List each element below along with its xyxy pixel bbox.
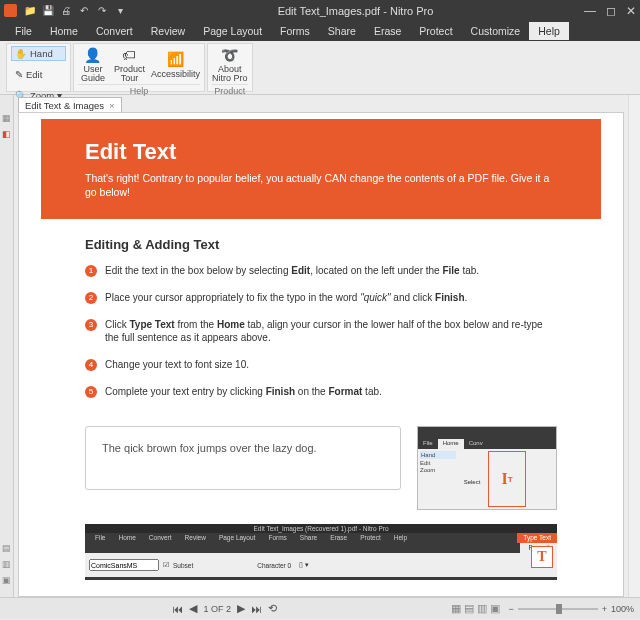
step-number: 3 <box>85 319 97 331</box>
document-tab-label: Edit Text & Images <box>25 100 104 111</box>
vertical-scrollbar[interactable] <box>628 95 640 597</box>
tab-file[interactable]: File <box>6 22 41 40</box>
status-bar: ⏮ ◀ 1 OF 2 ▶ ⏭ ⟲ ▦ ▤ ▥ ▣ − + 100% <box>0 597 640 619</box>
bookmarks-panel-icon[interactable]: ◧ <box>2 129 12 139</box>
first-page-button[interactable]: ⏮ <box>172 603 183 615</box>
tab-review[interactable]: Review <box>142 22 194 40</box>
step-number: 4 <box>85 359 97 371</box>
tab-share[interactable]: Share <box>319 22 365 40</box>
open-icon[interactable]: 📁 <box>23 4 37 18</box>
workspace: ▦ ◧ ▤ ▥ ▣ Edit Text & Images × Edit Text… <box>0 95 640 597</box>
about-icon: ➰ <box>220 46 240 64</box>
hero-subtitle: That's right! Contrary to popular belief… <box>85 171 561 199</box>
titlebar: 📁 💾 🖨 ↶ ↷ ▾ Edit Text_Images.pdf - Nitro… <box>0 0 640 21</box>
minimize-button[interactable]: — <box>584 4 596 18</box>
format-ribbon-screenshot: Edit Text_Images (Recovered 1).pdf - Nit… <box>85 524 557 580</box>
product-tour-icon: 🏷 <box>119 46 139 64</box>
step-text: Change your text to font size 10. <box>105 358 249 371</box>
redo-icon[interactable]: ↷ <box>95 4 109 18</box>
step-text: Edit the text in the box below by select… <box>105 264 479 277</box>
prev-page-button[interactable]: ◀ <box>189 602 197 615</box>
instruction-step: 3Click Type Text from the Home tab, alig… <box>85 318 557 344</box>
zoom-level: 100% <box>611 604 634 614</box>
print-icon[interactable]: 🖨 <box>59 4 73 18</box>
tab-customize[interactable]: Customize <box>462 22 530 40</box>
ribbon-tabs: File Home Convert Review Page Layout For… <box>0 21 640 41</box>
accessibility-icon: 📶 <box>165 51 185 69</box>
maximize-button[interactable]: ◻ <box>606 4 616 18</box>
attachments-panel-icon[interactable]: ▥ <box>2 559 12 569</box>
tab-help[interactable]: Help <box>529 22 569 40</box>
view-mode-buttons[interactable]: ▦ ▤ ▥ ▣ <box>451 602 500 615</box>
zoom-controls: − + 100% <box>508 604 634 614</box>
close-button[interactable]: ✕ <box>626 4 636 18</box>
undo-icon[interactable]: ↶ <box>77 4 91 18</box>
pages-panel-icon[interactable]: ▦ <box>2 113 12 123</box>
font-select-thumb <box>89 559 159 571</box>
instruction-step: 2Place your cursor appropriately to fix … <box>85 291 557 304</box>
accessibility-button[interactable]: 📶Accessibility <box>151 46 200 84</box>
ribbon-screenshot-thumbnail: FileHomeConv Hand Edit Zoom Select IT <box>417 426 557 510</box>
save-icon[interactable]: 💾 <box>41 4 55 18</box>
left-sidebar: ▦ ◧ ▤ ▥ ▣ <box>0 95 14 597</box>
hand-tool[interactable]: ✋ Hand <box>11 46 66 61</box>
tab-convert[interactable]: Convert <box>87 22 142 40</box>
instruction-step: 5Complete your text entry by clicking Fi… <box>85 385 557 398</box>
user-guide-icon: 👤 <box>83 46 103 64</box>
next-page-button[interactable]: ▶ <box>237 602 245 615</box>
ribbon: ✋ Hand ✎ Edit 🔍 Zoom ▾ 👤User Guide 🏷Prod… <box>0 41 640 95</box>
step-text: Click Type Text from the Home tab, align… <box>105 318 557 344</box>
last-page-button[interactable]: ⏭ <box>251 603 262 615</box>
instruction-step: 4Change your text to font size 10. <box>85 358 557 371</box>
zoom-slider[interactable] <box>518 608 598 610</box>
document-area[interactable]: Edit Text That's right! Contrary to popu… <box>18 112 624 597</box>
qat-more-icon[interactable]: ▾ <box>113 4 127 18</box>
tab-forms[interactable]: Forms <box>271 22 319 40</box>
about-button[interactable]: ➰About Nitro Pro <box>212 46 248 84</box>
user-guide-button[interactable]: 👤User Guide <box>78 46 108 84</box>
page-navigation: ⏮ ◀ 1 OF 2 ▶ ⏭ ⟲ <box>6 602 443 615</box>
editable-text-box[interactable]: The qick brown fox jumps over the lazy d… <box>85 426 401 490</box>
tab-page-layout[interactable]: Page Layout <box>194 22 271 40</box>
step-text: Complete your text entry by clicking Fin… <box>105 385 382 398</box>
zoom-out-button[interactable]: − <box>508 604 513 614</box>
prev-view-button[interactable]: ⟲ <box>268 602 277 615</box>
zoom-in-button[interactable]: + <box>602 604 607 614</box>
hero-banner: Edit Text That's right! Contrary to popu… <box>41 119 601 219</box>
app-icon <box>4 4 17 17</box>
edit-tool[interactable]: ✎ Edit <box>11 67 66 82</box>
step-number: 1 <box>85 265 97 277</box>
layers-panel-icon[interactable]: ▤ <box>2 543 12 553</box>
page-indicator: 1 OF 2 <box>203 604 231 614</box>
quick-access-toolbar: 📁 💾 🖨 ↶ ↷ ▾ <box>23 4 127 18</box>
tab-erase[interactable]: Erase <box>365 22 410 40</box>
window-title: Edit Text_Images.pdf - Nitro Pro <box>127 5 584 17</box>
product-tour-button[interactable]: 🏷Product Tour <box>114 46 145 84</box>
page: Edit Text That's right! Contrary to popu… <box>41 119 601 596</box>
document-tab[interactable]: Edit Text & Images × <box>18 97 122 112</box>
section-title: Editing & Adding Text <box>85 237 557 252</box>
comments-panel-icon[interactable]: ▣ <box>2 575 12 585</box>
step-text: Place your cursor appropriately to fix t… <box>105 291 467 304</box>
step-number: 5 <box>85 386 97 398</box>
tab-protect[interactable]: Protect <box>410 22 461 40</box>
hero-title: Edit Text <box>85 139 561 165</box>
step-number: 2 <box>85 292 97 304</box>
instruction-step: 1Edit the text in the box below by selec… <box>85 264 557 277</box>
tab-home[interactable]: Home <box>41 22 87 40</box>
document-tab-close[interactable]: × <box>109 100 115 111</box>
